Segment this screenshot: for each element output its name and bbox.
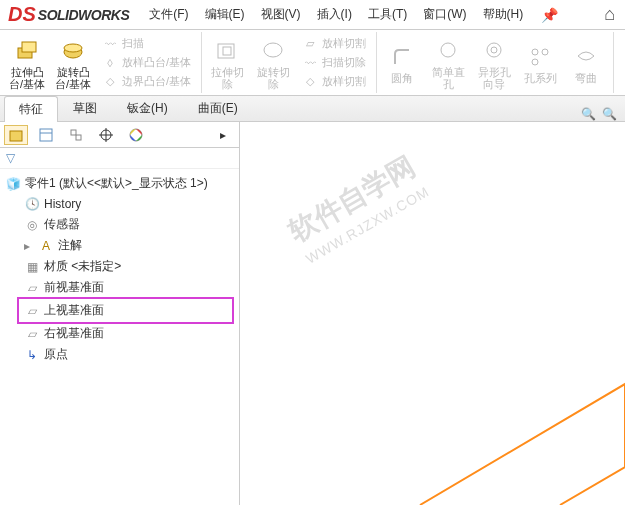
sweep-button[interactable]: 〰扫描 (98, 35, 195, 53)
sweep-label: 扫描 (122, 36, 144, 51)
hole-array-label: 孔系列 (524, 72, 557, 84)
material-icon: ▦ (24, 259, 40, 275)
svg-point-12 (532, 59, 538, 65)
revolve-cut-label: 旋转切 除 (257, 66, 290, 90)
tree-plane-right[interactable]: ▱右视基准面 (2, 323, 237, 344)
svg-point-9 (491, 47, 497, 53)
menu-insert[interactable]: 插入(I) (309, 2, 360, 27)
revolve-boss-icon (59, 36, 87, 64)
svg-point-10 (532, 49, 538, 55)
svg-point-11 (542, 49, 548, 55)
viewport[interactable]: 软件自学网 WWW.RJZXW.COM (240, 122, 625, 505)
plane-icon: ▱ (24, 326, 40, 342)
svg-rect-16 (71, 130, 76, 135)
loft-boss-button[interactable]: ◊放样凸台/基体 (98, 54, 195, 72)
extrude-cut-icon (213, 36, 241, 64)
boundary-cut-icon: ◇ (302, 74, 318, 90)
tree-annotations[interactable]: ▸A注解 (2, 235, 237, 256)
boundary-boss-label: 边界凸台/基体 (122, 74, 191, 89)
sweep-cut-icon: 〰 (302, 55, 318, 71)
sweep-cut-button[interactable]: 〰扫描切除 (298, 54, 370, 72)
extrude-boss-button[interactable]: 拉伸凸 台/基体 (6, 32, 48, 93)
svg-point-8 (487, 43, 501, 57)
zoom-area-icon[interactable]: 🔍 (602, 107, 617, 121)
loft-boss-label: 放样凸台/基体 (122, 55, 191, 70)
boundary-boss-button[interactable]: ◇边界凸台/基体 (98, 73, 195, 91)
tree-plane-front[interactable]: ▱前视基准面 (2, 277, 237, 298)
menu-window[interactable]: 窗口(W) (415, 2, 474, 27)
tree-material[interactable]: ▦材质 <未指定> (2, 256, 237, 277)
revolve-boss-button[interactable]: 旋转凸 台/基体 (52, 32, 94, 93)
workarea: ▸ ▽ 🧊 零件1 (默认<<默认>_显示状态 1>) 🕓History ◎传感… (0, 122, 625, 505)
menu-bar: 文件(F) 编辑(E) 视图(V) 插入(I) 工具(T) 窗口(W) 帮助(H… (141, 2, 531, 27)
tree-history[interactable]: 🕓History (2, 194, 237, 214)
tree-root[interactable]: 🧊 零件1 (默认<<默认>_显示状态 1>) (2, 173, 237, 194)
simple-hole-label: 简单直 孔 (432, 66, 465, 90)
titlebar: DS SOLIDWORKS 文件(F) 编辑(E) 视图(V) 插入(I) 工具… (0, 0, 625, 30)
svg-rect-14 (40, 129, 52, 141)
sensors-icon: ◎ (24, 217, 40, 233)
menu-tools[interactable]: 工具(T) (360, 2, 415, 27)
menu-view[interactable]: 视图(V) (253, 2, 309, 27)
history-icon: 🕓 (24, 196, 40, 212)
sweep-cut-label: 扫描切除 (322, 55, 366, 70)
panel-tab-property[interactable] (34, 125, 58, 145)
tree-material-label: 材质 <未指定> (44, 258, 121, 275)
panel-tab-appearance[interactable] (124, 125, 148, 145)
boundary-cut-label: 放样切割 (322, 74, 366, 89)
extrude-boss-icon (13, 36, 41, 64)
tree-plane-top[interactable]: ▱上视基准面 (20, 300, 231, 321)
zoom-tools: 🔍 🔍 (581, 107, 625, 121)
simple-hole-icon (434, 36, 462, 64)
fillet-label: 圆角 (391, 72, 413, 84)
feature-panel: ▸ ▽ 🧊 零件1 (默认<<默认>_显示状态 1>) 🕓History ◎传感… (0, 122, 240, 505)
tree-origin[interactable]: ↳原点 (2, 344, 237, 365)
annotations-icon: A (38, 238, 54, 254)
revolve-cut-button[interactable]: 旋转切 除 (252, 32, 294, 93)
panel-tab-dimxpert[interactable] (94, 125, 118, 145)
tree-root-label: 零件1 (默认<<默认>_显示状态 1>) (25, 175, 208, 192)
hole-array-icon (526, 42, 554, 70)
svg-rect-1 (22, 42, 36, 52)
tab-sheetmetal[interactable]: 钣金(H) (112, 95, 183, 121)
panel-tabs: ▸ (0, 122, 239, 148)
panel-tab-config[interactable] (64, 125, 88, 145)
svg-rect-17 (76, 135, 81, 140)
menu-file[interactable]: 文件(F) (141, 2, 196, 27)
boundary-cut-button[interactable]: ◇放样切割 (298, 73, 370, 91)
home-icon[interactable]: ⌂ (598, 4, 621, 25)
hole-wizard-button[interactable]: 异形孔 向导 (473, 32, 515, 93)
tab-feature[interactable]: 特征 (4, 96, 58, 122)
hole-wizard-icon (480, 36, 508, 64)
filter-icon[interactable]: ▽ (6, 151, 15, 165)
part-icon: 🧊 (6, 177, 21, 191)
panel-tab-feature-tree[interactable] (4, 125, 28, 145)
menu-edit[interactable]: 编辑(E) (197, 2, 253, 27)
boundary-icon: ◇ (102, 74, 118, 90)
tab-surface[interactable]: 曲面(E) (183, 95, 253, 121)
hole-array-button[interactable]: 孔系列 (519, 32, 561, 93)
extrude-boss-label: 拉伸凸 台/基体 (9, 66, 45, 90)
svg-point-6 (264, 43, 282, 57)
app-name: SOLIDWORKS (38, 7, 129, 23)
tab-sketch[interactable]: 草图 (58, 95, 112, 121)
sweep-icon: 〰 (102, 36, 118, 52)
panel-tab-expand-arrow[interactable]: ▸ (211, 125, 235, 145)
fillet-button[interactable]: 圆角 (381, 32, 423, 93)
wrap-button[interactable]: 弯曲 (565, 32, 607, 93)
simple-hole-button[interactable]: 简单直 孔 (427, 32, 469, 93)
loft-cut-icon: ▱ (302, 36, 318, 52)
tree-sensors[interactable]: ◎传感器 (2, 214, 237, 235)
svg-rect-5 (223, 47, 231, 55)
tree-origin-label: 原点 (44, 346, 68, 363)
plane-icon: ▱ (24, 280, 40, 296)
zoom-fit-icon[interactable]: 🔍 (581, 107, 596, 121)
expand-icon[interactable]: ▸ (24, 239, 34, 253)
pin-icon[interactable]: 📌 (535, 7, 564, 23)
revolve-cut-icon (259, 36, 287, 64)
tree-sensors-label: 传感器 (44, 216, 80, 233)
loft-cut-button[interactable]: ▱放样切割 (298, 35, 370, 53)
extrude-cut-button[interactable]: 拉伸切 除 (206, 32, 248, 93)
wrap-label: 弯曲 (575, 72, 597, 84)
menu-help[interactable]: 帮助(H) (475, 2, 532, 27)
